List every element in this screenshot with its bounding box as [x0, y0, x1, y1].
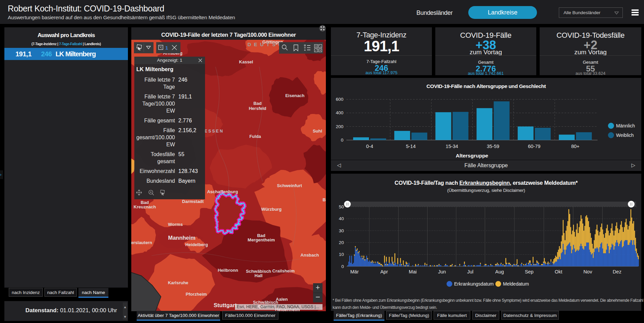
svg-text:0: 0 — [341, 138, 343, 143]
svg-text:Weiblich: Weiblich — [616, 133, 634, 138]
svg-text:Mannheim: Mannheim — [168, 235, 196, 241]
svg-text:Meldedatum: Meldedatum — [503, 281, 529, 287]
svg-text:60-79: 60-79 — [528, 144, 540, 149]
svg-text:Mär: Mär — [350, 269, 359, 274]
svg-text:Okt: Okt — [555, 269, 563, 274]
svg-text:Mergentheim: Mergentheim — [248, 237, 275, 242]
svg-text:Nov: Nov — [583, 269, 592, 274]
svg-text:D E U T S C: D E U T S C — [247, 41, 283, 47]
svg-text:Schweinfurt: Schweinfurt — [277, 183, 302, 188]
svg-text:Eisenach: Eisenach — [285, 93, 304, 98]
svg-text:Dez: Dez — [613, 269, 621, 274]
svg-text:50: 50 — [339, 204, 344, 209]
svg-text:Kreuznach: Kreuznach — [134, 204, 156, 209]
svg-text:80+: 80+ — [571, 144, 580, 149]
svg-text:Karlsruhe: Karlsruhe — [168, 280, 189, 285]
svg-text:400: 400 — [336, 110, 343, 115]
svg-text:Jun: Jun — [438, 269, 446, 274]
svg-text:35-59: 35-59 — [487, 144, 499, 149]
svg-text:Männlich: Männlich — [616, 123, 635, 128]
svg-text:Bad: Bad — [253, 101, 262, 106]
svg-text:15-34: 15-34 — [446, 144, 458, 149]
svg-text:Würzburg: Würzburg — [261, 207, 282, 212]
svg-text:Worms: Worms — [168, 222, 183, 227]
svg-text:Pforzheim: Pforzheim — [186, 292, 207, 297]
svg-text:20: 20 — [339, 240, 344, 245]
svg-text:Fulda: Fulda — [249, 134, 261, 139]
svg-text:600: 600 — [336, 97, 343, 102]
svg-text:200: 200 — [336, 124, 343, 129]
svg-text:Ansbach: Ansbach — [301, 253, 319, 258]
svg-text:1: 1 — [165, 45, 168, 51]
svg-text:Kassel: Kassel — [239, 59, 253, 64]
svg-text:Darmstadt: Darmstadt — [182, 199, 204, 204]
svg-text:Aug: Aug — [495, 269, 504, 274]
svg-text:Apr: Apr — [380, 269, 388, 274]
svg-text:40: 40 — [339, 216, 344, 221]
svg-text:0-4: 0-4 — [366, 144, 373, 149]
svg-text:Crailsheim: Crailsheim — [272, 268, 295, 273]
svg-text:5-14: 5-14 — [406, 144, 416, 149]
svg-text:Aschaffenburg: Aschaffenburg — [207, 189, 238, 194]
svg-text:30: 30 — [339, 228, 344, 233]
svg-text:Heidelberg: Heidelberg — [185, 242, 208, 247]
svg-text:Suhl: Suhl — [313, 128, 322, 134]
svg-text:ESSEN: ESSEN — [204, 129, 224, 134]
svg-text:Erkrankungsdatum: Erkrankungsdatum — [454, 281, 494, 287]
svg-text:Stuttgart: Stuttgart — [214, 302, 237, 308]
svg-text:iserslautern: iserslautern — [131, 240, 152, 245]
svg-text:Hersfeld: Hersfeld — [249, 106, 266, 111]
svg-text:Heilbronn: Heilbronn — [218, 268, 238, 273]
svg-text:Altersgruppe: Altersgruppe — [456, 153, 488, 158]
svg-text:Mai: Mai — [409, 269, 416, 274]
svg-text:10: 10 — [339, 252, 344, 257]
svg-text:Jul: Jul — [467, 269, 474, 274]
svg-text:Hall: Hall — [255, 273, 263, 278]
svg-text:B: B — [323, 197, 326, 202]
svg-text:Sep: Sep — [525, 269, 534, 274]
svg-text:0: 0 — [341, 264, 344, 269]
